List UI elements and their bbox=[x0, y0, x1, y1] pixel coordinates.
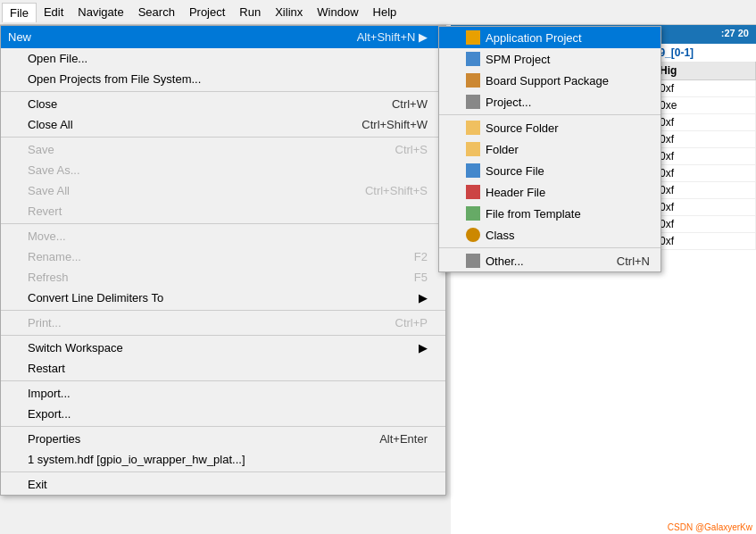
menubar-file[interactable]: File bbox=[2, 3, 37, 22]
menu-item-import[interactable]: Import... bbox=[1, 383, 445, 404]
separator-1 bbox=[1, 91, 445, 92]
menubar-window[interactable]: Window bbox=[310, 3, 365, 21]
submenu-sep-2 bbox=[439, 247, 660, 248]
cell-high: 0xf bbox=[654, 182, 756, 198]
submenu-item-project[interactable]: Project... bbox=[439, 91, 660, 113]
menu-item-exit[interactable]: Exit bbox=[1, 474, 445, 495]
submenu-item-spm-project[interactable]: SPM Project bbox=[439, 48, 660, 70]
cell-high: 0xf bbox=[654, 80, 756, 96]
menu-item-open-file[interactable]: Open File... bbox=[1, 48, 445, 69]
menu-item-save: Save Ctrl+S bbox=[1, 139, 445, 160]
other-icon bbox=[466, 254, 480, 268]
menu-item-move: Move... bbox=[1, 226, 445, 246]
submenu-item-folder[interactable]: Folder bbox=[439, 138, 660, 160]
submenu-sep-1 bbox=[439, 114, 660, 115]
menu-item-restart[interactable]: Restart bbox=[1, 358, 445, 379]
menu-item-rename: Rename... F2 bbox=[1, 246, 445, 267]
menubar-search[interactable]: Search bbox=[131, 3, 182, 21]
submenu-item-other[interactable]: Other... Ctrl+N bbox=[439, 250, 660, 271]
menu-item-print: Print... Ctrl+P bbox=[1, 313, 445, 333]
menu-item-close-all[interactable]: Close All Ctrl+Shift+W bbox=[1, 114, 445, 135]
new-shortcut: Alt+Shift+N ▶ bbox=[357, 30, 428, 44]
cell-high: 0xe bbox=[654, 97, 756, 113]
menu-item-save-as: Save As... bbox=[1, 160, 445, 180]
menu-item-close[interactable]: Close Ctrl+W bbox=[1, 94, 445, 114]
cell-high: 0xf bbox=[654, 216, 756, 232]
app-project-icon bbox=[466, 30, 480, 45]
source-folder-icon bbox=[466, 121, 480, 135]
bsp-icon bbox=[466, 73, 480, 88]
menu-item-revert: Revert bbox=[1, 201, 445, 221]
folder-icon bbox=[466, 142, 480, 156]
menu-item-convert[interactable]: Convert Line Delimiters To ▶ bbox=[1, 288, 445, 308]
cell-high: 0xf bbox=[654, 148, 756, 164]
menubar-help[interactable]: Help bbox=[366, 3, 404, 21]
menu-item-recent-file[interactable]: 1 system.hdf [gpio_io_wrapper_hw_plat...… bbox=[1, 449, 445, 470]
separator-6 bbox=[1, 380, 445, 381]
template-icon bbox=[466, 206, 480, 221]
submenu-item-header-file[interactable]: Header File bbox=[439, 181, 660, 203]
menubar-xilinx[interactable]: Xilinx bbox=[268, 3, 310, 21]
watermark: CSDN @GalaxyerKw bbox=[668, 522, 752, 532]
submenu-item-source-file[interactable]: Source File bbox=[439, 160, 660, 181]
cell-high: 0xf bbox=[654, 131, 756, 147]
separator-4 bbox=[1, 310, 445, 311]
separator-2 bbox=[1, 137, 445, 138]
timestamp: :27 20 bbox=[721, 28, 749, 38]
menu-item-open-projects[interactable]: Open Projects from File System... bbox=[1, 69, 445, 89]
menu-item-switch-workspace[interactable]: Switch Workspace ▶ bbox=[1, 338, 445, 358]
col-high: Hig bbox=[654, 62, 756, 79]
separator-5 bbox=[1, 335, 445, 336]
new-label: New bbox=[8, 30, 31, 44]
submenu-item-source-folder[interactable]: Source Folder bbox=[439, 117, 660, 138]
spm-project-icon bbox=[466, 52, 480, 66]
cell-high: 0xf bbox=[654, 199, 756, 215]
menubar-edit[interactable]: Edit bbox=[37, 3, 71, 21]
menu-item-save-all: Save All Ctrl+Shift+S bbox=[1, 180, 445, 201]
submenu-item-class[interactable]: Class bbox=[439, 224, 660, 246]
menubar-run[interactable]: Run bbox=[232, 3, 268, 21]
submenu-item-file-from-template[interactable]: File from Template bbox=[439, 203, 660, 224]
menu-item-new[interactable]: New Alt+Shift+N ▶ bbox=[1, 26, 445, 48]
menu-item-refresh: Refresh F5 bbox=[1, 267, 445, 288]
separator-3 bbox=[1, 223, 445, 224]
menu-item-properties[interactable]: Properties Alt+Enter bbox=[1, 429, 445, 449]
source-file-icon bbox=[466, 163, 480, 178]
menubar-navigate[interactable]: Navigate bbox=[71, 3, 130, 21]
cell-high: 0xf bbox=[654, 165, 756, 181]
menubar: File Edit Navigate Search Project Run Xi… bbox=[0, 0, 756, 25]
separator-7 bbox=[1, 426, 445, 427]
menubar-project[interactable]: Project bbox=[182, 3, 232, 21]
file-menu: New Alt+Shift+N ▶ Open File... Open Proj… bbox=[0, 25, 446, 496]
project-icon bbox=[466, 95, 480, 109]
header-file-icon bbox=[466, 185, 480, 199]
separator-8 bbox=[1, 471, 445, 472]
menu-item-export[interactable]: Export... bbox=[1, 404, 445, 424]
class-icon bbox=[466, 228, 480, 242]
submenu-item-application-project[interactable]: Application Project bbox=[439, 27, 660, 48]
submenu-item-bsp[interactable]: Board Support Package bbox=[439, 70, 660, 91]
cell-high: 0xf bbox=[654, 114, 756, 130]
new-submenu: Application Project SPM Project Board Su… bbox=[438, 26, 661, 272]
cell-high: 0xf bbox=[654, 233, 756, 249]
